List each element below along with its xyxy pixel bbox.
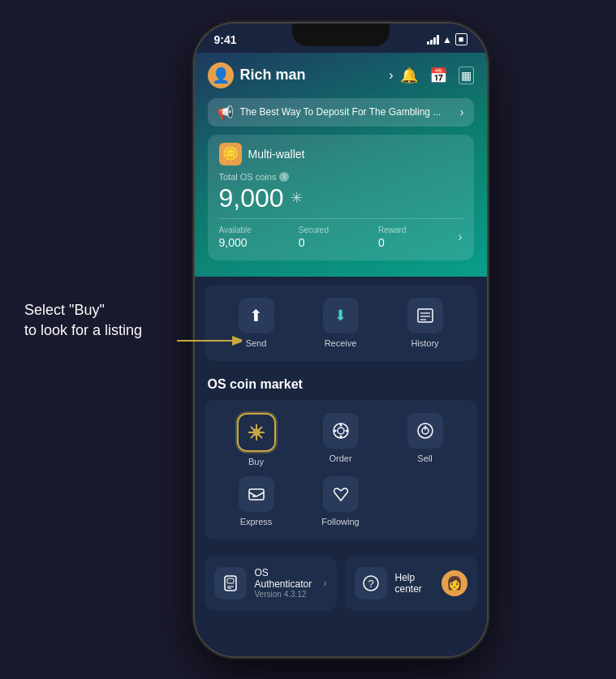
history-icon xyxy=(407,298,443,333)
coins-label: Total OS coins i xyxy=(219,172,463,182)
help-center-card[interactable]: ? Help center 👩 xyxy=(345,556,477,611)
stat-reward: Reward 0 xyxy=(378,226,442,249)
svg-point-12 xyxy=(338,428,344,434)
svg-point-16 xyxy=(339,435,342,437)
sell-label: Sell xyxy=(417,453,432,463)
history-label: History xyxy=(411,338,438,348)
market-section: Buy xyxy=(205,400,477,539)
wallet-name: Multi-wallet xyxy=(248,148,305,161)
buy-icon xyxy=(237,413,276,452)
svg-text:?: ? xyxy=(368,578,373,590)
market-title: OS coin market xyxy=(195,369,487,392)
coins-divider xyxy=(219,218,463,219)
order-label: Order xyxy=(329,453,351,463)
signal-icon xyxy=(427,35,439,45)
following-button[interactable]: Following xyxy=(302,476,380,526)
svg-rect-22 xyxy=(227,578,234,583)
stat-secured: Secured 0 xyxy=(299,226,362,249)
megaphone-icon: 📢 xyxy=(218,105,234,120)
sell-button[interactable]: Sell xyxy=(386,413,464,466)
banner-text: The Best Way To Deposit For The Gambling… xyxy=(240,106,454,118)
authenticator-text: OS Authenticator Version 4.3.12 xyxy=(255,567,316,599)
battery-icon: ■ xyxy=(455,33,467,45)
stat-available: Available 9,000 xyxy=(219,226,282,249)
send-icon: ⬆ xyxy=(239,298,274,333)
send-label: Send xyxy=(246,338,267,348)
wallet-icon: 🪙 xyxy=(219,143,242,165)
coins-star-icon: ✳ xyxy=(291,189,303,207)
avatar: 👤 xyxy=(208,62,234,88)
authenticator-title: OS Authenticator xyxy=(255,567,316,590)
svg-point-14 xyxy=(345,429,347,432)
authenticator-card[interactable]: OS Authenticator Version 4.3.12 › xyxy=(205,556,337,611)
help-icon: ? xyxy=(355,567,387,599)
status-time: 9:41 xyxy=(214,33,237,46)
order-icon xyxy=(323,413,359,449)
svg-point-15 xyxy=(334,429,336,432)
express-icon xyxy=(239,476,274,512)
annotation-text: Select "Buy" to look for a listing xyxy=(24,300,142,341)
coins-stats: Available 9,000 Secured 0 Reward 0 › xyxy=(219,226,463,249)
wallet-card: 🪙 Multi-wallet Total OS coins i 9,000 ✳ xyxy=(208,135,474,260)
authenticator-sub: Version 4.3.12 xyxy=(255,590,316,599)
user-row: 👤 Rich man › 🔔 📅 ▦ xyxy=(208,62,474,88)
header-icons: 🔔 📅 ▦ xyxy=(400,67,474,84)
notification-icon[interactable]: 🔔 xyxy=(400,67,418,84)
svg-rect-2 xyxy=(418,309,433,322)
express-button[interactable]: Express xyxy=(218,476,295,526)
help-title: Help center xyxy=(395,572,433,595)
info-icon: i xyxy=(279,172,289,182)
svg-rect-19 xyxy=(249,489,264,500)
header-section: 👤 Rich man › 🔔 📅 ▦ 📢 The Best Way To Dep… xyxy=(195,53,487,277)
wallet-row: 🪙 Multi-wallet xyxy=(219,143,463,165)
express-label: Express xyxy=(240,517,273,526)
quick-actions-row: ⬆ Send ⬇ Receive xyxy=(218,298,464,348)
receive-button[interactable]: ⬇ Receive xyxy=(302,298,380,348)
market-row2: Express Following xyxy=(218,476,464,526)
calendar-icon[interactable]: 📅 xyxy=(429,67,447,84)
profile-chevron[interactable]: › xyxy=(389,68,393,83)
svg-point-13 xyxy=(339,423,342,426)
wifi-icon: ▲ xyxy=(442,34,452,45)
promotion-banner[interactable]: 📢 The Best Way To Deposit For The Gambli… xyxy=(208,98,474,127)
authenticator-icon xyxy=(214,567,247,599)
coins-amount: 9,000 ✳ xyxy=(219,183,463,213)
scan-icon[interactable]: ▦ xyxy=(459,67,474,84)
following-icon xyxy=(323,476,359,512)
support-avatar: 👩 xyxy=(442,570,467,596)
notch xyxy=(292,24,390,46)
banner-arrow-icon: › xyxy=(460,105,464,118)
bottom-cards: OS Authenticator Version 4.3.12 › ? Help… xyxy=(195,548,487,619)
stats-chevron[interactable]: › xyxy=(458,230,462,244)
receive-label: Receive xyxy=(325,338,357,348)
sell-icon xyxy=(407,413,443,449)
history-button[interactable]: History xyxy=(386,298,464,348)
receive-icon: ⬇ xyxy=(323,298,359,333)
following-label: Following xyxy=(321,517,359,526)
order-button[interactable]: Order xyxy=(302,413,380,466)
annotation-arrow xyxy=(177,329,242,356)
buy-button[interactable]: Buy xyxy=(218,413,295,466)
username: Rich man xyxy=(240,67,381,84)
buy-label: Buy xyxy=(248,457,264,466)
help-text: Help center xyxy=(395,572,433,595)
market-row1: Buy xyxy=(218,413,464,466)
status-icons: ▲ ■ xyxy=(427,33,467,45)
quick-actions-section: ⬆ Send ⬇ Receive xyxy=(205,285,477,361)
authenticator-arrow: › xyxy=(324,578,327,589)
